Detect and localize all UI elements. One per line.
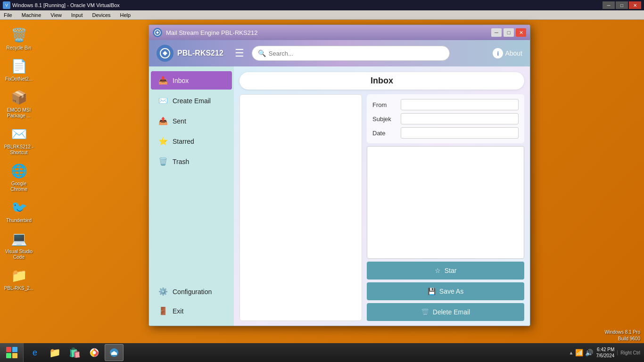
taskbar-right: ▲ 📶 🔊 6:42 PM 7/6/2024 Right Ctrl	[565, 346, 644, 359]
about-button[interactable]: i About	[493, 48, 522, 58]
sidebar-item-exit[interactable]: 🚪 Exit	[151, 302, 232, 320]
app-title: Mail Stream Engine PBL-RKS212	[166, 29, 491, 36]
systray: ▲ 📶 🔊	[569, 349, 593, 356]
email-list[interactable]	[239, 94, 362, 321]
configuration-label: Configuration	[173, 288, 212, 296]
win-build-text: Build 9600	[604, 336, 640, 342]
desktop-icon-thunderbird[interactable]: 🐦 Thunderbird	[2, 196, 36, 225]
sidebar-item-inbox[interactable]: 📥 Inbox	[151, 71, 232, 90]
about-label: About	[505, 49, 522, 57]
email-fields: From Subjek Date	[367, 94, 524, 143]
menu-devices[interactable]: Devices	[90, 12, 112, 18]
about-icon: i	[493, 48, 503, 58]
desktop-icon-emco[interactable]: 📦 EMCO MSI Package ...	[2, 86, 36, 121]
win-version-text: Windows 8.1 Pro	[604, 329, 640, 336]
date-label: Date	[372, 130, 397, 137]
star-icon: ☆	[435, 267, 441, 274]
right-ctrl-label: Right Ctrl	[617, 350, 640, 355]
win-version-info: Windows 8.1 Pro Build 9600	[604, 329, 640, 342]
emco-icon: 📦	[9, 88, 28, 107]
desktop-icon-chrome[interactable]: 🌐 Google Chrome	[2, 159, 36, 194]
delete-email-button[interactable]: 🗑️ Delete Email	[367, 303, 524, 321]
menu-file[interactable]: File	[2, 12, 14, 18]
taskbar-mail[interactable]	[105, 344, 124, 361]
vbox-minimize-btn[interactable]: ─	[603, 1, 615, 9]
inbox-icon: 📥	[158, 76, 168, 85]
desktop-icon-recycle-bin[interactable]: 🗑️ Recycle Bin	[2, 24, 36, 53]
desktop-icon-fixdotnet[interactable]: 📄 FixDotNet2...	[2, 55, 36, 84]
vbox-menubar: File Machine View Input Devices Help	[0, 10, 644, 20]
vbox-icon: V	[3, 1, 10, 9]
sidebar-spacer	[149, 172, 234, 281]
vbox-close-btn[interactable]: ✕	[629, 1, 641, 9]
exit-icon: 🚪	[158, 306, 168, 315]
date-input[interactable]	[401, 127, 519, 139]
taskbar-ie[interactable]: e	[25, 344, 44, 361]
star-label: Star	[445, 267, 457, 274]
subjek-input[interactable]	[401, 113, 519, 124]
vscode-label: Visual Studio Code	[4, 249, 34, 260]
pblrks212-icon: ✉️	[9, 124, 28, 143]
search-bar: 🔍	[252, 46, 450, 61]
app-logo: PBL-RKS212	[157, 45, 223, 62]
taskbar: e 📁 🛍️ ▲	[0, 343, 644, 362]
desktop-icon-folder[interactable]: 📁 PBL-RKS_2...	[2, 264, 36, 293]
windows-logo-icon	[6, 347, 17, 358]
exit-label: Exit	[173, 307, 183, 315]
systray-volume-icon: 🔊	[585, 349, 593, 356]
start-button[interactable]	[0, 343, 24, 362]
vbox-restore-btn[interactable]: □	[616, 1, 628, 9]
folder-icon: 📁	[9, 266, 28, 285]
app-logo-icon	[157, 45, 173, 62]
menu-input[interactable]: Input	[69, 12, 84, 18]
starred-label: Starred	[173, 138, 194, 145]
menu-view[interactable]: View	[49, 12, 64, 18]
desktop-icon-vscode[interactable]: 💻 Visual Studio Code	[2, 227, 36, 262]
main-content: Inbox From Subjek	[234, 66, 530, 326]
subjek-label: Subjek	[372, 115, 397, 123]
sidebar: 📥 Inbox ✉️ Create Email 📤 Sent ⭐ Starred…	[149, 66, 234, 326]
create-email-label: Create Email	[173, 97, 211, 105]
save-as-button[interactable]: 💾 Save As	[367, 282, 524, 300]
taskbar-store[interactable]: 🛍️	[65, 344, 84, 361]
taskbar-explorer[interactable]: 📁	[45, 344, 64, 361]
configuration-icon: ⚙️	[158, 287, 168, 296]
desktop-icon-pblrks212[interactable]: ✉️ PBLRKS212 - Shortcut	[2, 123, 36, 157]
virtualbox-titlebar: V Windows 8.1 [Running] - Oracle VM Virt…	[0, 0, 644, 10]
sidebar-bottom: ⚙️ Configuration 🚪 Exit	[149, 281, 234, 326]
sidebar-item-trash[interactable]: 🗑️ Trash	[151, 152, 232, 171]
sidebar-item-configuration[interactable]: ⚙️ Configuration	[151, 282, 232, 301]
clock-time: 6:42 PM	[596, 346, 614, 353]
search-input[interactable]	[269, 50, 444, 57]
app-close-btn[interactable]: ✕	[516, 28, 526, 37]
app-window-controls: ─ □ ✕	[491, 28, 526, 37]
subjek-field-row: Subjek	[372, 113, 519, 124]
sidebar-item-starred[interactable]: ⭐ Starred	[151, 132, 232, 150]
menu-help[interactable]: Help	[118, 12, 133, 18]
sidebar-item-create-email[interactable]: ✉️ Create Email	[151, 91, 232, 110]
fixdotnet-label: FixDotNet2...	[5, 76, 33, 82]
app-maximize-btn[interactable]: □	[504, 28, 514, 37]
taskbar-clock[interactable]: 6:42 PM 7/6/2024	[596, 346, 614, 359]
starred-icon: ⭐	[158, 137, 168, 146]
menu-machine[interactable]: Machine	[20, 12, 43, 18]
sent-label: Sent	[173, 117, 186, 125]
app-minimize-btn[interactable]: ─	[491, 28, 502, 37]
taskbar-chrome[interactable]	[85, 344, 104, 361]
vbox-title: Windows 8.1 [Running] - Oracle VM Virtua…	[12, 2, 603, 8]
hamburger-menu-btn[interactable]: ☰	[233, 45, 246, 61]
app-header: PBL-RKS212 ☰ 🔍 i About	[149, 40, 530, 66]
sidebar-item-sent[interactable]: 📤 Sent	[151, 112, 232, 130]
recycle-bin-label: Recycle Bin	[7, 45, 32, 51]
from-input[interactable]	[401, 99, 519, 110]
star-button[interactable]: ☆ Star	[367, 262, 524, 280]
chrome-icon: 🌐	[9, 161, 28, 180]
systray-arrow[interactable]: ▲	[569, 350, 573, 355]
email-body[interactable]	[367, 146, 524, 259]
save-as-label: Save As	[439, 288, 463, 295]
pblrks212-label: PBLRKS212 - Shortcut	[4, 144, 34, 156]
desktop-icon-list: 🗑️ Recycle Bin 📄 FixDotNet2... 📦 EMCO MS…	[0, 20, 38, 297]
save-as-icon: 💾	[428, 288, 436, 295]
systray-network-icon: 📶	[575, 349, 583, 356]
search-icon: 🔍	[258, 49, 266, 57]
